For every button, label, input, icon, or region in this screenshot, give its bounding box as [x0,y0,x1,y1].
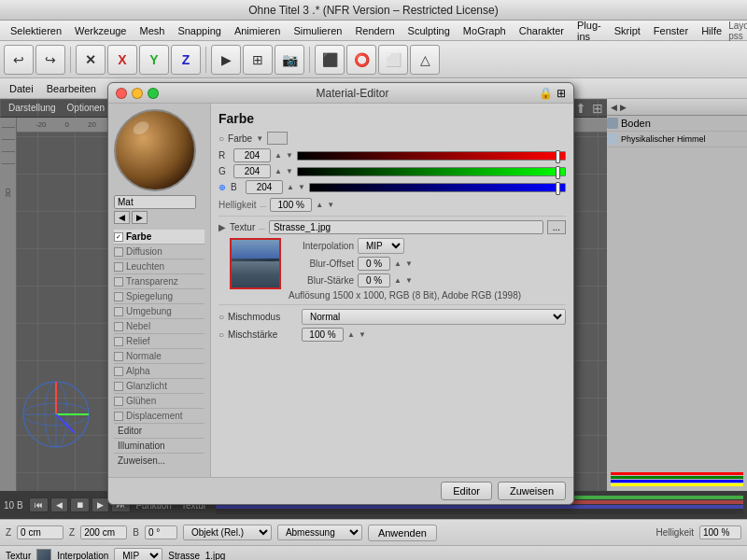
menu-sculpting[interactable]: Sculpting [402,23,457,38]
toolbar-render[interactable]: ▶ [211,45,241,75]
b-up-arrow[interactable]: ▲ [287,183,294,191]
menu-fenster[interactable]: Fenster [647,23,695,38]
toolbar-move-x[interactable]: X [107,45,137,75]
status-z-input1[interactable] [17,525,63,539]
menu-werkzeuge[interactable]: Werkzeuge [68,23,133,38]
toolbar-redo[interactable]: ↪ [35,45,65,75]
blur-offset-down[interactable]: ▼ [405,259,413,268]
farbe-color-swatch[interactable] [267,132,288,145]
status-helligkeit-input[interactable] [699,525,741,539]
b-slider-handle[interactable] [556,182,560,195]
status-b-input[interactable] [145,525,177,539]
timeline-prev[interactable]: ◀ [50,497,68,512]
toolbar-render2[interactable]: ⊞ [243,45,273,75]
sec-menu-bearbeiten[interactable]: Bearbeiten [41,81,102,96]
menu-skript[interactable]: Skript [608,23,647,38]
toolbar-obj1[interactable]: ⬛ [315,45,345,75]
interp-dropdown[interactable]: MIP [358,238,404,254]
channel-farbe[interactable]: ✓ Farbe [114,230,204,245]
channel-relief[interactable]: Relief [114,334,204,349]
channel-zuweisen[interactable]: Zuweisen... [114,454,204,468]
textur-thumbnail[interactable] [230,238,281,289]
g-value-input[interactable] [233,164,271,178]
helligkeit-input[interactable] [270,198,312,212]
menu-mesh[interactable]: Mesh [133,23,171,38]
channel-editor[interactable]: Editor [114,424,204,439]
toolbar-obj3[interactable]: ⬜ [378,45,408,75]
editor-btn[interactable]: Editor [441,482,492,500]
menu-animieren[interactable]: Animieren [228,23,288,38]
g-down-arrow[interactable]: ▼ [286,167,293,175]
status-z-input2[interactable] [80,525,127,539]
menu-selektieren[interactable]: Selektieren [4,23,68,38]
dialog-expand-icon[interactable]: ⊞ [557,87,566,100]
blur-staerke-input[interactable] [358,273,390,287]
dialog-lock-icon[interactable]: 🔒 [539,87,553,100]
blur-offset-up[interactable]: ▲ [394,259,402,268]
r-slider[interactable] [297,151,566,161]
status-anwenden-btn[interactable]: Anwenden [368,525,437,541]
farbe-dd-arrow[interactable]: ▼ [256,134,263,143]
dialog-min-btn[interactable] [132,88,143,99]
toolbar-obj2[interactable]: ⭕ [346,45,376,75]
r-slider-handle[interactable] [556,150,560,163]
dialog-max-btn[interactable] [148,88,159,99]
toolbar-move-y[interactable]: Y [139,45,169,75]
r-up-arrow[interactable]: ▲ [275,151,282,160]
mischstaerke-input[interactable] [302,328,344,342]
mischmodus-dropdown[interactable]: Normal [302,309,566,325]
channel-leuchten[interactable]: Leuchten [114,259,204,274]
timeline-play[interactable]: ⏮ [29,497,49,512]
right-panel-collapse-icon[interactable]: ◀ ▶ [611,103,627,112]
channel-transparenz[interactable]: Transparenz [114,274,204,289]
helligkeit-up[interactable]: ▲ [316,201,323,209]
blur-staerke-down[interactable]: ▼ [405,276,413,285]
menu-plugins[interactable]: Plug-ins [571,18,608,44]
g-up-arrow[interactable]: ▲ [275,167,282,175]
dialog-close-btn[interactable] [116,88,127,99]
zuweisen-btn[interactable]: Zuweisen [498,482,566,500]
right-panel-item-himmel[interactable]: Physikalischer Himmel [607,132,747,147]
toolbar-cam[interactable]: 📷 [275,45,304,75]
channel-gluehen[interactable]: Glühen [114,394,204,409]
g-slider-handle[interactable] [556,166,560,179]
menu-charakter[interactable]: Charakter [513,23,571,38]
toolbar-undo[interactable]: ↩ [4,45,34,75]
tex-interp-dropdown[interactable]: MIP [114,548,162,560]
right-panel-item-boden[interactable]: Boden [607,116,747,132]
status-abm-dropdown[interactable]: Abmessung [277,525,362,540]
b-slider[interactable] [309,183,566,192]
channel-alpha[interactable]: Alpha [114,364,204,379]
timeline-stop[interactable]: ⏹ [70,497,90,512]
textur-dots[interactable]: ... [259,223,265,231]
helligkeit-down[interactable]: ▼ [327,201,334,209]
textur-more-btn[interactable]: ... [547,220,566,234]
channel-normale[interactable]: Normale [114,349,204,364]
channel-nebel[interactable]: Nebel [114,319,204,334]
toolbar-select[interactable]: ✕ [76,45,106,75]
mischstaerke-down[interactable]: ▼ [359,330,366,339]
b-down-arrow[interactable]: ▼ [298,183,305,191]
status-obj-dropdown[interactable]: Objekt (Rel.) [183,525,272,540]
blur-offset-input[interactable] [358,257,390,271]
sec-menu-datei[interactable]: Datei [4,81,39,96]
textur-filename-display[interactable]: Strasse_1.jpg [269,220,543,234]
toolbar-move-z[interactable]: Z [171,45,201,75]
menu-rendern[interactable]: Rendern [348,23,401,38]
nav-right-btn[interactable]: ▶ [132,211,148,224]
channel-umgebung[interactable]: Umgebung [114,304,204,319]
channel-illumination[interactable]: Illumination [114,439,204,454]
blur-staerke-up[interactable]: ▲ [394,276,402,285]
material-name-input[interactable] [114,195,196,209]
toolbar-obj4[interactable]: △ [410,45,440,75]
r-down-arrow[interactable]: ▼ [286,151,293,160]
menu-simulieren[interactable]: Simulieren [287,23,348,38]
channel-displacement[interactable]: Displacement [114,409,204,424]
r-value-input[interactable] [233,148,271,162]
menu-hilfe[interactable]: Hilfe [695,23,728,38]
channel-spiegelung[interactable]: Spiegelung [114,289,204,304]
timeline-next[interactable]: ▶ [92,497,109,512]
channel-glanzlicht[interactable]: Glanzlicht [114,379,204,394]
b-value-input[interactable] [246,180,283,194]
g-slider[interactable] [297,167,566,176]
